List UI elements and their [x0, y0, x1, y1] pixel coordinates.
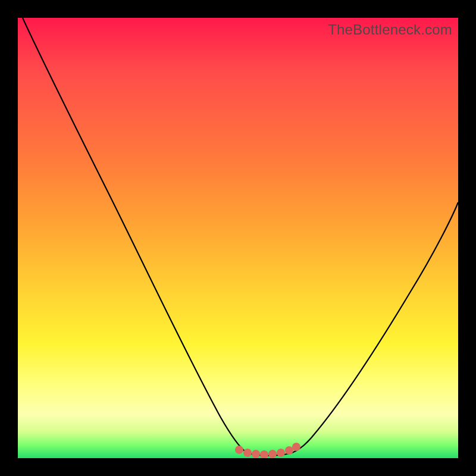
chart-frame: TheBottleneck.com — [0, 0, 476, 476]
bottleneck-curve — [23, 18, 458, 456]
svg-point-3 — [260, 450, 268, 458]
svg-point-5 — [277, 449, 285, 457]
svg-point-6 — [285, 446, 293, 455]
svg-point-0 — [235, 446, 243, 454]
svg-point-7 — [292, 443, 300, 451]
svg-point-2 — [252, 450, 260, 458]
curve-layer — [18, 18, 458, 458]
valley-markers — [235, 443, 300, 458]
svg-point-4 — [268, 450, 277, 458]
plot-area: TheBottleneck.com — [18, 18, 458, 458]
svg-point-1 — [243, 449, 252, 457]
